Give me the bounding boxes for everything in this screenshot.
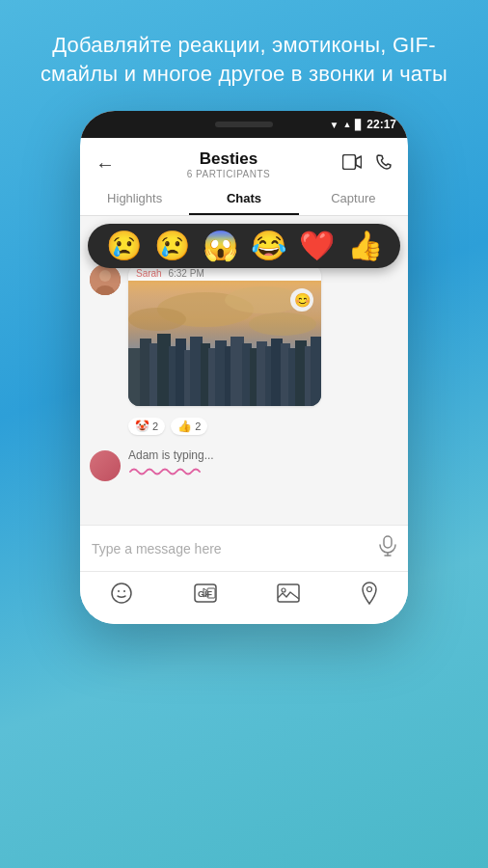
chat-header: ← Besties 6 PARTICIPANTS (80, 138, 408, 183)
back-button[interactable]: ← (95, 153, 115, 176)
message-input[interactable]: Type a message here (92, 541, 379, 556)
smiley-icon[interactable] (110, 582, 133, 610)
phone-call-icon[interactable] (375, 153, 393, 176)
tabs-bar: Highlights Chats Capture (80, 183, 408, 216)
tab-chats[interactable]: Chats (189, 191, 298, 215)
tab-capture[interactable]: Capture (299, 191, 408, 215)
message-sender: Sarah (136, 268, 162, 279)
bottom-toolbar: GIF (80, 571, 408, 624)
typing-indicator-text: Adam is typing... (128, 448, 214, 462)
svg-point-44 (366, 587, 371, 592)
phone-mockup: ▼ ▲ ▊ 22:17 ← Besties 6 PARTICIPANTS (80, 111, 408, 624)
message-time: 6:32 PM (168, 268, 203, 279)
reaction-laugh[interactable]: 😂 (251, 231, 286, 260)
status-bar: ▼ ▲ ▊ 22:17 (80, 111, 408, 138)
message-bubble: Sarah 6:32 PM (128, 264, 321, 406)
reaction-chip-clown[interactable]: 🤡 2 (128, 418, 165, 435)
header-text-block: Добавляйте реакции, эмотиконы, GIF-смайл… (0, 0, 488, 111)
typing-avatar (90, 450, 121, 481)
battery-icon: ▊ (355, 120, 363, 130)
svg-rect-22 (230, 337, 244, 406)
svg-point-7 (128, 308, 186, 331)
mic-icon[interactable] (379, 535, 396, 561)
svg-rect-13 (157, 334, 171, 406)
svg-point-37 (118, 590, 120, 592)
svg-rect-42 (278, 584, 299, 602)
reaction-sob[interactable]: 😢 (154, 231, 190, 260)
gif-icon[interactable]: GIF (194, 583, 217, 609)
emoji-reaction-bar: 😢 😢 😱 😂 ❤️ 👍 (88, 224, 400, 268)
typing-row: Adam is typing... (80, 443, 408, 488)
reaction-gasp[interactable]: 😱 (203, 231, 238, 260)
typing-waves (128, 465, 214, 482)
svg-point-36 (112, 583, 131, 603)
reaction-emoji-clown: 🤡 (135, 420, 149, 433)
svg-rect-0 (343, 155, 356, 170)
location-icon[interactable] (361, 582, 378, 610)
svg-point-38 (123, 590, 125, 592)
clock: 22:17 (366, 118, 396, 131)
chat-title: Besties (115, 149, 342, 169)
reaction-count-thumbs: 2 (195, 420, 201, 432)
status-icons: ▼ ▲ ▊ 22:17 (329, 118, 396, 131)
video-call-icon[interactable] (342, 154, 362, 175)
image-icon[interactable] (277, 583, 300, 610)
notch (215, 122, 273, 127)
reaction-count-clown: 2 (152, 420, 158, 432)
svg-point-8 (249, 312, 316, 336)
network-icon: ▲ (342, 120, 351, 129)
svg-rect-33 (384, 536, 392, 548)
input-area: Type a message here (80, 525, 408, 571)
reaction-emoji-thumbs: 👍 (177, 420, 192, 433)
tab-highlights[interactable]: Highlights (80, 191, 189, 215)
chat-content: 😢 😢 😱 😂 ❤️ 👍 Sarah 6:32 PM (80, 216, 408, 525)
participants-count: 6 PARTICIPANTS (115, 169, 342, 179)
signal-icon: ▼ (329, 120, 339, 130)
reaction-chip-thumbs[interactable]: 👍 2 (171, 418, 207, 435)
reactions-row: 🤡 2 👍 2 (80, 414, 408, 443)
avatar (90, 264, 121, 295)
svg-point-43 (282, 588, 285, 592)
chat-title-block: Besties 6 PARTICIPANTS (115, 149, 342, 179)
reaction-thumbsup[interactable]: 👍 (347, 231, 383, 260)
reaction-heart[interactable]: ❤️ (299, 231, 335, 260)
header-action-icons (342, 153, 393, 176)
svg-rect-32 (311, 337, 321, 406)
message-image: 😊 (128, 281, 321, 406)
reaction-cry[interactable]: 😢 (106, 231, 142, 260)
svg-point-2 (99, 270, 111, 282)
promo-text: Добавляйте реакции, эмотиконы, GIF-смайл… (0, 0, 488, 111)
